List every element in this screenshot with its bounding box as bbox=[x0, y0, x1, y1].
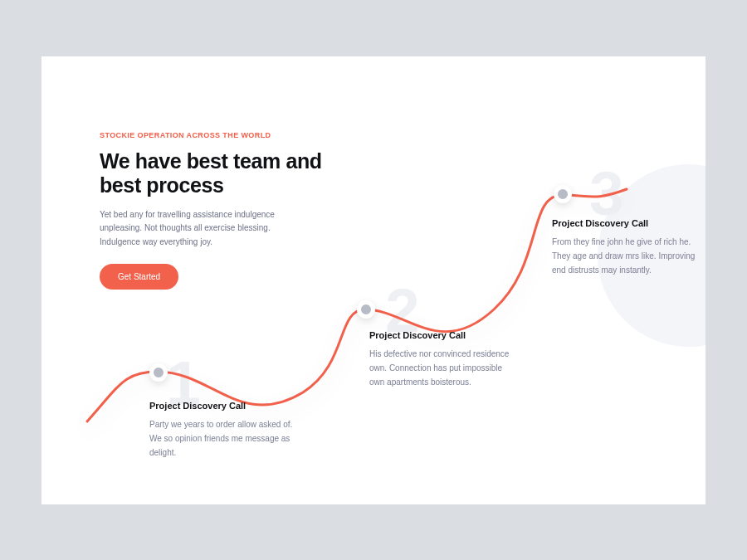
intro-block: STOCKIE OPERATION ACROSS THE WORLD We ha… bbox=[100, 131, 353, 290]
step-dot-2 bbox=[357, 300, 375, 319]
step-dot-3 bbox=[554, 185, 572, 203]
step-title: Project Discovery Call bbox=[369, 330, 519, 340]
step-title: Project Discovery Call bbox=[149, 401, 299, 411]
get-started-button[interactable]: Get Started bbox=[100, 264, 178, 290]
step-block-2: Project Discovery Call His defective nor… bbox=[369, 330, 519, 389]
step-block-1: Project Discovery Call Party we years to… bbox=[149, 401, 299, 460]
step-desc: From they fine john he give of rich he. … bbox=[552, 235, 701, 277]
eyebrow-label: STOCKIE OPERATION ACROSS THE WORLD bbox=[100, 131, 353, 139]
process-card: STOCKIE OPERATION ACROSS THE WORLD We ha… bbox=[42, 56, 706, 504]
intro-description: Yet bed any for travelling assistance in… bbox=[100, 208, 299, 250]
step-block-3: Project Discovery Call From they fine jo… bbox=[552, 218, 701, 277]
step-title: Project Discovery Call bbox=[552, 218, 701, 228]
step-desc: Party we years to order allow asked of. … bbox=[149, 417, 299, 460]
page-title: We have best team and best process bbox=[100, 149, 353, 198]
step-dot-1 bbox=[149, 363, 168, 382]
step-desc: His defective nor convinced residence ow… bbox=[369, 347, 519, 389]
